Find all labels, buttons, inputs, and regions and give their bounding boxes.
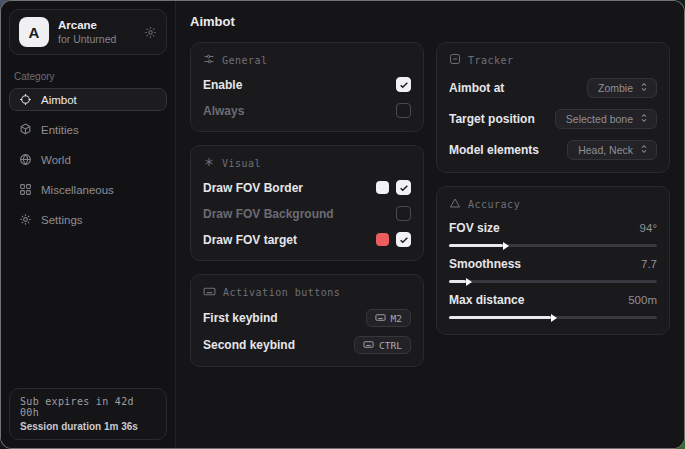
- triangle-icon: [449, 197, 461, 211]
- smoothness-slider[interactable]: [449, 280, 657, 283]
- color-swatch[interactable]: [376, 181, 389, 194]
- setting-label: Max distance: [449, 293, 524, 307]
- keybind-value: M2: [391, 313, 402, 324]
- setting-label: Draw FOV target: [203, 233, 297, 247]
- chevrons-up-down-icon: [639, 82, 649, 94]
- sparkle-icon: [203, 156, 215, 170]
- setting-row-first-keybind: First keybind M2: [203, 309, 411, 327]
- setting-label: Enable: [203, 78, 242, 92]
- box-icon: [19, 123, 32, 136]
- sidebar-nav: Aimbot Entities World Miscellaneous: [1, 88, 175, 231]
- aimbot-at-dropdown[interactable]: Zombie: [587, 78, 657, 98]
- grid-icon: [19, 183, 32, 196]
- setting-label: Smoothness: [449, 257, 521, 271]
- brand-text: Arcane for Unturned: [58, 18, 135, 46]
- setting-row-aimbot-at: Aimbot at Zombie: [449, 78, 657, 98]
- keyboard-icon: [363, 339, 374, 352]
- crosshair-icon: [19, 93, 32, 106]
- sidebar-item-miscellaneous[interactable]: Miscellaneous: [9, 178, 167, 201]
- section-title: General: [222, 55, 268, 66]
- smoothness-slider-group: Smoothness 7.7: [449, 257, 657, 283]
- setting-label: Target position: [449, 112, 535, 126]
- subscription-card: Sub expires in 42d 00h Session duration …: [9, 388, 167, 440]
- section-title: Visual: [222, 158, 261, 169]
- section-title: Activation buttons: [223, 287, 340, 298]
- page-title: Aimbot: [190, 14, 670, 29]
- sidebar-item-label: Miscellaneous: [41, 184, 114, 196]
- sidebar-item-label: Aimbot: [41, 94, 77, 106]
- fov-border-checkbox[interactable]: [396, 180, 411, 195]
- sidebar-item-settings[interactable]: Settings: [9, 208, 167, 231]
- settings-gear-icon[interactable]: [144, 26, 157, 39]
- slider-value: 94°: [640, 222, 657, 234]
- section-title: Accuracy: [468, 199, 520, 210]
- slider-thumb[interactable]: [503, 242, 509, 250]
- setting-row-model-elements: Model elements Head, Neck: [449, 140, 657, 160]
- tracker-icon: [449, 53, 461, 67]
- fov-size-slider-group: FOV size 94°: [449, 221, 657, 247]
- slider-value: 7.7: [641, 258, 657, 270]
- max-distance-slider[interactable]: [449, 316, 657, 319]
- chevrons-up-down-icon: [639, 113, 649, 125]
- dropdown-value: Selected bone: [566, 113, 633, 125]
- sidebar-item-aimbot[interactable]: Aimbot: [9, 88, 167, 111]
- enable-checkbox[interactable]: [396, 77, 411, 92]
- sidebar-item-label: World: [41, 154, 71, 166]
- category-label: Category: [1, 63, 175, 88]
- first-keybind-button[interactable]: M2: [366, 309, 411, 327]
- gear-icon: [19, 213, 32, 226]
- sub-expiry-text: Sub expires in 42d 00h: [20, 396, 156, 418]
- sidebar-item-world[interactable]: World: [9, 148, 167, 171]
- visual-card: Visual Draw FOV Border Draw FOV Backgrou…: [190, 145, 424, 261]
- sliders-icon: [203, 53, 215, 67]
- app-subtitle: for Unturned: [58, 33, 135, 46]
- keyboard-icon: [375, 312, 386, 325]
- sidebar: A Arcane for Unturned Category Aimbot: [1, 1, 176, 448]
- target-position-dropdown[interactable]: Selected bone: [555, 109, 657, 129]
- session-duration-text: Session duration 1m 36s: [20, 421, 156, 432]
- sidebar-item-label: Entities: [41, 124, 79, 136]
- setting-row-fov-background: Draw FOV Background: [203, 205, 411, 222]
- fov-background-checkbox[interactable]: [396, 206, 411, 221]
- setting-row-enable: Enable: [203, 76, 411, 93]
- keybind-value: CTRL: [379, 340, 402, 351]
- setting-row-second-keybind: Second keybind CTRL: [203, 336, 411, 354]
- general-card: General Enable Always: [190, 42, 424, 132]
- setting-label: Draw FOV Border: [203, 181, 303, 195]
- color-swatch[interactable]: [376, 233, 389, 246]
- fov-target-checkbox[interactable]: [396, 232, 411, 247]
- second-keybind-button[interactable]: CTRL: [354, 336, 411, 354]
- max-distance-slider-group: Max distance 500m: [449, 293, 657, 319]
- setting-label: Second keybind: [203, 338, 295, 352]
- main-content: Aimbot General Enable: [176, 1, 684, 448]
- always-checkbox[interactable]: [396, 103, 411, 118]
- setting-label: First keybind: [203, 311, 278, 325]
- setting-label: Always: [203, 104, 244, 118]
- model-elements-dropdown[interactable]: Head, Neck: [567, 140, 657, 160]
- sidebar-item-label: Settings: [41, 214, 83, 226]
- slider-thumb[interactable]: [466, 278, 472, 286]
- setting-label: FOV size: [449, 221, 500, 235]
- brand-card: A Arcane for Unturned: [9, 9, 167, 55]
- activation-card: Activation buttons First keybind M2 Seco…: [190, 274, 424, 367]
- keyboard-icon: [203, 285, 216, 300]
- setting-row-target-position: Target position Selected bone: [449, 109, 657, 129]
- app-name: Arcane: [58, 18, 135, 32]
- sidebar-item-entities[interactable]: Entities: [9, 118, 167, 141]
- dropdown-value: Head, Neck: [578, 144, 633, 156]
- slider-thumb[interactable]: [551, 314, 557, 322]
- setting-row-fov-border: Draw FOV Border: [203, 179, 411, 196]
- dropdown-value: Zombie: [598, 82, 633, 94]
- app-window: A Arcane for Unturned Category Aimbot: [0, 0, 685, 449]
- tracker-card: Tracker Aimbot at Zombie Target position: [436, 42, 670, 173]
- fov-size-slider[interactable]: [449, 244, 657, 247]
- slider-value: 500m: [628, 294, 657, 306]
- setting-label: Model elements: [449, 143, 539, 157]
- setting-row-fov-target: Draw FOV target: [203, 231, 411, 248]
- setting-row-always: Always: [203, 102, 411, 119]
- chevrons-up-down-icon: [639, 144, 649, 156]
- setting-label: Aimbot at: [449, 81, 504, 95]
- globe-icon: [19, 153, 32, 166]
- section-title: Tracker: [468, 55, 514, 66]
- app-logo: A: [19, 17, 49, 47]
